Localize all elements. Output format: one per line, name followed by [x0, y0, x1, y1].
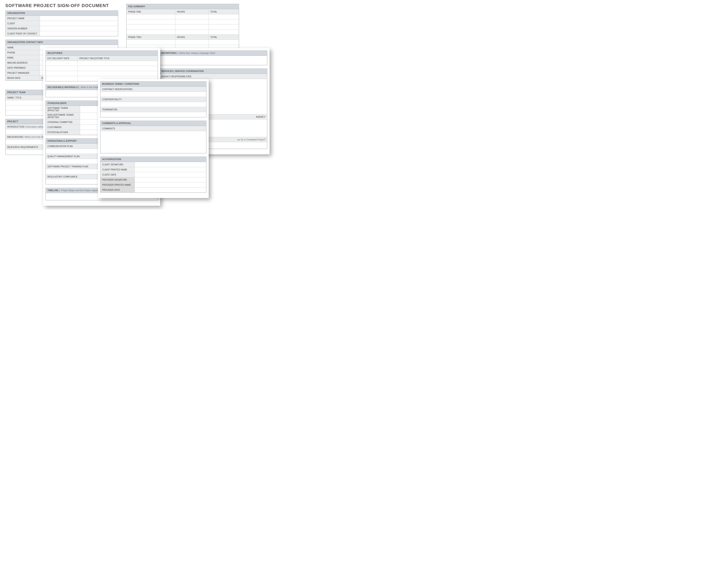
fee-col-phase1: PHASE ONE — [127, 9, 175, 14]
milestone-col-date: EST DELIVERY DATE — [46, 56, 78, 61]
auth-row-2: CLIENT DATE — [101, 172, 135, 177]
auth-section: AUTHORIZATION CLIENT SIGNATURE CLIENT PR… — [100, 156, 206, 193]
stake-row-0: SOFTWARE TEAMS AFFECTED — [46, 106, 80, 113]
fee-col-total2: TOTAL — [209, 35, 239, 40]
stake-row-4: POTENTIAL/OTHER — [46, 130, 80, 135]
row-name: NAME — [6, 45, 40, 50]
stake-row-2: STEERING COMMITTEE — [46, 120, 80, 125]
auth-row-4: PROVIDER PRINTED NAME — [101, 182, 135, 187]
field-version[interactable] — [40, 26, 118, 31]
auth-row-0: CLIENT SIGNATURE — [101, 162, 135, 167]
fee-col-hours1: HOURS — [175, 9, 209, 14]
row-project-name: PROJECT NAME — [6, 16, 40, 21]
terms-row-0: CONTRACT MODIFICATIONS — [101, 87, 206, 92]
fee-col-hours2: HOURS — [175, 35, 209, 40]
comments-field[interactable] — [101, 131, 206, 153]
terms-header: BUSINESS TERMS / CONDITIONS — [100, 81, 206, 86]
terms-row-2: TERMINATION — [101, 107, 206, 112]
milestones-header: MILESTONES — [46, 51, 158, 56]
comments-section: COMMENTS & APPROVAL COMMENTS — [100, 120, 206, 153]
auth-row-1: CLIENT PRINTED NAME — [101, 167, 135, 172]
row-client-poc: CLIENT POINT OF CONTACT — [6, 31, 40, 36]
auth-row-3: PROVIDER SIGNATURE — [101, 177, 135, 182]
milestone-col-title: PROJECT MILESTONE TITLE — [78, 56, 158, 61]
organization-section: ORGANIZATION PROJECT NAME CLIENT VERSION… — [5, 10, 118, 36]
organization-header: ORGANIZATION — [6, 11, 118, 16]
services-header: SERVICES | SERVICE COORDINATION — [159, 69, 267, 74]
row-email: EMAIL — [6, 55, 40, 60]
stake-row-1: NON-SOFTWARE TEAMS AFFECTED — [46, 113, 80, 120]
auth-row-5: PROVIDER DATE — [101, 187, 135, 192]
field-client-poc[interactable] — [40, 31, 118, 36]
field-project-name[interactable] — [40, 16, 118, 21]
auth-header: AUTHORIZATION — [100, 157, 206, 162]
comments-label: COMMENTS — [101, 126, 206, 131]
row-version: VERSION NUMBER — [6, 26, 40, 31]
fee-col-total1: TOTAL — [209, 9, 239, 14]
contact-header: ORGANIZATION CONTACT INFO — [6, 40, 118, 45]
row-phone: PHONE — [6, 50, 40, 55]
row-client: CLIENT — [6, 21, 40, 26]
fee-section: FEE SUMMARY PHASE ONE HOURS TOTAL PHASE … — [126, 4, 239, 50]
row-begin-date: BEGIN DATE — [6, 75, 40, 81]
row-pm: PROJECT MANAGER — [6, 70, 40, 75]
definitions-section: DEFINITIONS | Define Any Unique Language… — [159, 50, 267, 65]
stake-row-3: CUSTOMERS — [46, 125, 80, 130]
fee-header: FEE SUMMARY — [126, 4, 239, 9]
agency-resp-label: AGENCY RESPONSIBILITIES — [160, 74, 267, 79]
comments-header: COMMENTS & APPROVAL — [100, 121, 206, 126]
definitions-header: DEFINITIONS | Define Any Unique Language… — [159, 51, 267, 56]
row-date-prepared: DATE PREPARED — [6, 65, 40, 70]
page-4: BUSINESS TERMS / CONDITIONS CONTRACT MOD… — [98, 79, 209, 198]
field-client[interactable] — [40, 21, 118, 26]
terms-row-1: CONFIDENTIALITY — [101, 97, 206, 102]
row-mailing: MAILING ADDRESS — [6, 60, 40, 65]
definitions-field[interactable] — [160, 56, 267, 65]
fee-col-phase2: PHASE TWO — [127, 35, 175, 40]
terms-section: BUSINESS TERMS / CONDITIONS CONTRACT MOD… — [100, 81, 206, 117]
milestones-section: MILESTONES EST DELIVERY DATE PROJECT MIL… — [45, 50, 158, 81]
document-stage: SOFTWARE PROJECT SIGN-OFF DOCUMENT ORGAN… — [0, 0, 271, 210]
